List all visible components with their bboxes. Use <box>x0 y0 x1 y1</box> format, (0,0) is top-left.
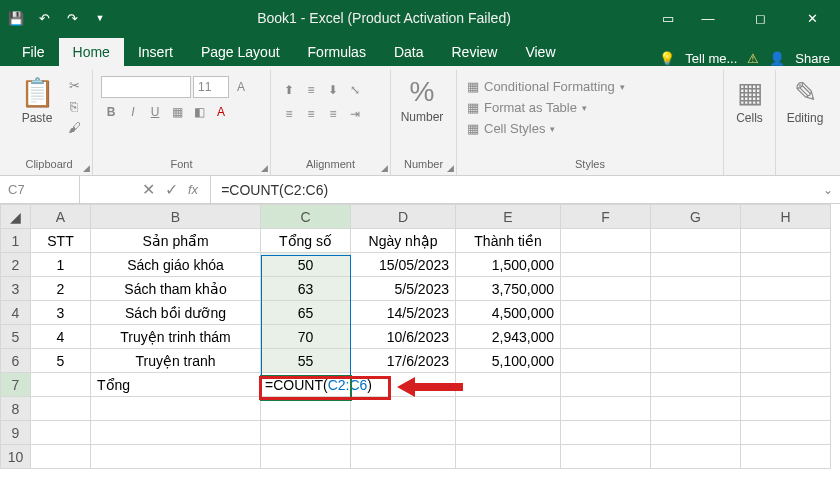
font-color-icon[interactable]: A <box>211 102 231 122</box>
window-title: Book1 - Excel (Product Activation Failed… <box>110 10 658 26</box>
font-launcher[interactable]: ◢ <box>261 163 268 173</box>
save-icon[interactable]: 💾 <box>6 8 26 28</box>
number-format-button[interactable]: % Number <box>399 72 445 124</box>
name-box[interactable]: C7 <box>0 176 80 203</box>
tab-home[interactable]: Home <box>59 38 124 66</box>
col-header[interactable]: F <box>561 205 651 229</box>
font-size-input[interactable]: 11 <box>193 76 229 98</box>
tell-me[interactable]: Tell me... <box>685 51 737 66</box>
conditional-formatting-button[interactable]: ▦Conditional Formatting▾ <box>465 76 715 97</box>
align-left-icon[interactable]: ≡ <box>279 104 299 124</box>
align-top-icon[interactable]: ⬆ <box>279 80 299 100</box>
format-as-table-button[interactable]: ▦Format as Table▾ <box>465 97 715 118</box>
tab-review[interactable]: Review <box>438 38 512 66</box>
expand-formula-bar-icon[interactable]: ⌄ <box>816 183 840 197</box>
font-name-input[interactable] <box>101 76 191 98</box>
formula-bar: C7 ✕ ✓ fx =COUNT(C2:C6) ⌄ <box>0 176 840 204</box>
qat-dropdown-icon[interactable]: ▼ <box>90 8 110 28</box>
cell-styles-icon: ▦ <box>467 121 479 136</box>
indent-icon[interactable]: ⇥ <box>345 104 365 124</box>
tab-data[interactable]: Data <box>380 38 438 66</box>
editing-button[interactable]: ✎Editing <box>784 72 826 125</box>
col-header[interactable]: B <box>91 205 261 229</box>
format-painter-icon[interactable]: 🖌 <box>64 118 84 136</box>
clipboard-launcher[interactable]: ◢ <box>83 163 90 173</box>
share-icon: 👤 <box>769 51 785 66</box>
cells-icon: ▦ <box>737 76 763 109</box>
group-cells: ▦Cells <box>724 70 776 175</box>
align-middle-icon[interactable]: ≡ <box>301 80 321 100</box>
group-editing: ✎Editing <box>776 70 834 175</box>
redo-icon[interactable]: ↷ <box>62 8 82 28</box>
group-alignment: ⬆ ≡ ⬇ ⤡ ≡ ≡ ≡ ⇥ Alignment ◢ <box>271 70 391 175</box>
share-button[interactable]: Share <box>795 51 830 66</box>
tab-file[interactable]: File <box>8 38 59 66</box>
editing-icon: ✎ <box>794 76 817 109</box>
tab-insert[interactable]: Insert <box>124 38 187 66</box>
col-header[interactable]: A <box>31 205 91 229</box>
fx-icon[interactable]: fx <box>188 182 198 197</box>
number-launcher[interactable]: ◢ <box>447 163 454 173</box>
warning-icon[interactable]: ⚠ <box>747 51 759 66</box>
titlebar: 💾 ↶ ↷ ▼ Book1 - Excel (Product Activatio… <box>0 0 840 36</box>
border-icon[interactable]: ▦ <box>167 102 187 122</box>
fill-color-icon[interactable]: ◧ <box>189 102 209 122</box>
copy-icon[interactable]: ⎘ <box>64 97 84 115</box>
tab-formulas[interactable]: Formulas <box>294 38 380 66</box>
orientation-icon[interactable]: ⤡ <box>345 80 365 100</box>
paste-button[interactable]: 📋 Paste <box>14 72 60 125</box>
bold-button[interactable]: B <box>101 102 121 122</box>
close-button[interactable]: ✕ <box>790 3 834 33</box>
spreadsheet-grid[interactable]: ◢ A B C D E F G H 1STTSản phẩmTổng sốNgà… <box>0 204 840 500</box>
cell-styles-button[interactable]: ▦Cell Styles▾ <box>465 118 715 139</box>
ribbon: 📋 Paste ✂ ⎘ 🖌 Clipboard ◢ 11 A B I U ▦ <box>0 66 840 176</box>
lightbulb-icon: 💡 <box>659 51 675 66</box>
align-right-icon[interactable]: ≡ <box>323 104 343 124</box>
select-all-button[interactable]: ◢ <box>1 205 31 229</box>
percent-icon: % <box>410 76 435 108</box>
italic-button[interactable]: I <box>123 102 143 122</box>
undo-icon[interactable]: ↶ <box>34 8 54 28</box>
cells-button[interactable]: ▦Cells <box>732 72 767 125</box>
table-icon: ▦ <box>467 100 479 115</box>
cancel-formula-icon[interactable]: ✕ <box>142 180 155 199</box>
group-number: % Number Number ◢ <box>391 70 457 175</box>
align-center-icon[interactable]: ≡ <box>301 104 321 124</box>
cut-icon[interactable]: ✂ <box>64 76 84 94</box>
minimize-button[interactable]: — <box>686 3 730 33</box>
underline-button[interactable]: U <box>145 102 165 122</box>
tab-page-layout[interactable]: Page Layout <box>187 38 294 66</box>
ribbon-tabs: File Home Insert Page Layout Formulas Da… <box>0 36 840 66</box>
col-header[interactable]: E <box>456 205 561 229</box>
ribbon-options-icon[interactable]: ▭ <box>658 8 678 28</box>
col-header[interactable]: D <box>351 205 456 229</box>
cond-fmt-icon: ▦ <box>467 79 479 94</box>
increase-font-icon[interactable]: A <box>231 77 251 97</box>
group-clipboard: 📋 Paste ✂ ⎘ 🖌 Clipboard ◢ <box>6 70 93 175</box>
col-header[interactable]: G <box>651 205 741 229</box>
align-bottom-icon[interactable]: ⬇ <box>323 80 343 100</box>
maximize-button[interactable]: ◻ <box>738 3 782 33</box>
alignment-launcher[interactable]: ◢ <box>381 163 388 173</box>
clipboard-icon: 📋 <box>20 76 55 109</box>
annotation-arrow <box>397 377 463 397</box>
group-styles: ▦Conditional Formatting▾ ▦Format as Tabl… <box>457 70 724 175</box>
tab-view[interactable]: View <box>511 38 569 66</box>
formula-input[interactable]: =COUNT(C2:C6) <box>211 182 816 198</box>
group-font: 11 A B I U ▦ ◧ A Font ◢ <box>93 70 271 175</box>
col-header[interactable]: C <box>261 205 351 229</box>
confirm-formula-icon[interactable]: ✓ <box>165 180 178 199</box>
col-header[interactable]: H <box>741 205 831 229</box>
